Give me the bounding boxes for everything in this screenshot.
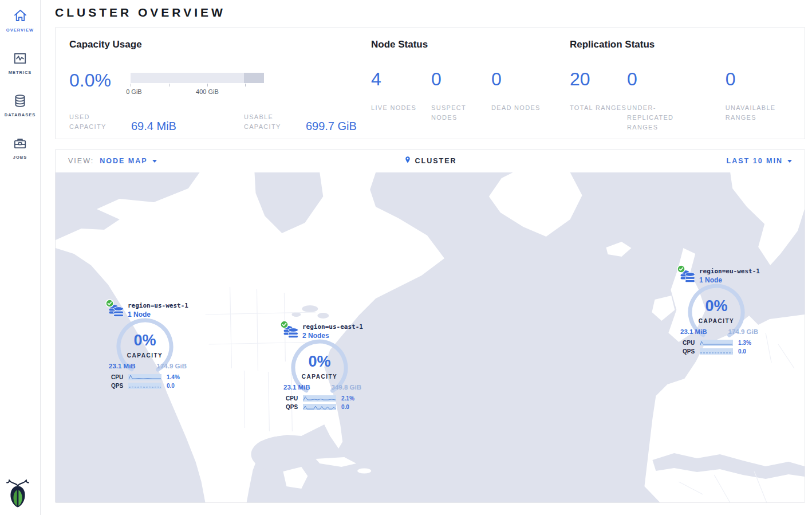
page-title: CLUSTER OVERVIEW [55, 6, 805, 19]
cpu-value: 1.3% [738, 340, 751, 346]
sidebar-item-label: JOBS [13, 155, 27, 160]
cpu-label: CPU [286, 395, 303, 402]
node-count-link[interactable]: 2 Nodes [302, 332, 363, 340]
used-capacity-label: USED CAPACITY [69, 112, 120, 132]
node-status-title: Node Status [371, 39, 570, 50]
sidebar-item-label: DATABASES [5, 112, 36, 117]
qps-value: 0.0 [341, 404, 349, 410]
live-nodes-value: 4 [371, 70, 431, 88]
usable-capacity-value: 699.7 GiB [306, 120, 357, 133]
suspect-nodes-stat: 0 SUSPECT NODES [431, 70, 491, 123]
cockroachdb-logo [6, 478, 30, 510]
capacity-percent: 0.0% [69, 71, 111, 89]
node-count-link[interactable]: 1 Node [699, 276, 760, 284]
capacity-tick-0: 0 GiB [126, 88, 142, 95]
app-root: OVERVIEW METRICS DATABASES [0, 0, 812, 515]
view-dropdown-value: NODE MAP [100, 157, 147, 165]
qps-sparkline [700, 348, 733, 355]
usable-capacity-label: USABLE CAPACITY [244, 112, 294, 132]
jobs-icon [13, 136, 27, 151]
node-card-eu-west-1: region=eu-west-1 1 Node 0% CAPACITY 23.1… [677, 265, 763, 357]
replication-status-section: Replication Status 20 TOTAL RANGES 0 UND… [570, 39, 791, 127]
cpu-value: 2.1% [341, 395, 354, 402]
node-card-us-east-1: region=us-east-1 2 Nodes 0% CAPACITY 23.… [280, 320, 366, 413]
under-replicated-value: 0 [627, 70, 726, 88]
time-range-dropdown[interactable]: LAST 10 MIN [727, 157, 792, 165]
suspect-nodes-value: 0 [431, 70, 491, 88]
node-region-label: region=us-west-1 [128, 302, 188, 309]
unavailable-ranges-stat: 0 UNAVAILABLE RANGES [726, 70, 791, 132]
dead-nodes-stat: 0 DEAD NODES [491, 70, 551, 123]
qps-sparkline [303, 404, 336, 410]
map-pin-icon [403, 156, 412, 167]
suspect-nodes-label: SUSPECT NODES [431, 103, 491, 123]
node-status-section: Node Status 4 LIVE NODES 0 SUSPECT NODES… [371, 39, 570, 127]
node-total-capacity: 349.8 GiB [332, 384, 361, 391]
dead-nodes-value: 0 [491, 70, 551, 88]
breadcrumb[interactable]: CLUSTER [403, 156, 456, 167]
breadcrumb-cluster: CLUSTER [415, 157, 456, 165]
qps-label: QPS [286, 404, 303, 410]
world-map: region=us-west-1 1 Node 0% CAPACITY 23.1… [56, 172, 805, 503]
cpu-label: CPU [683, 340, 700, 346]
gauge-capacity-label: CAPACITY [687, 318, 746, 324]
chevron-down-icon [787, 160, 792, 163]
capacity-bar: 0 GiB 400 GiB [131, 71, 264, 95]
capacity-tick-400: 400 GiB [196, 88, 219, 95]
sidebar-item-overview[interactable]: OVERVIEW [0, 8, 40, 33]
capacity-bar-dark-segment [244, 73, 264, 83]
used-capacity-value: 69.4 MiB [131, 120, 176, 133]
cpu-sparkline [128, 374, 161, 380]
sidebar-item-databases[interactable]: DATABASES [0, 93, 40, 117]
total-ranges-stat: 20 TOTAL RANGES [570, 70, 627, 132]
total-ranges-label: TOTAL RANGES [570, 103, 627, 113]
cpu-sparkline [303, 395, 336, 402]
time-range-value: LAST 10 MIN [727, 157, 783, 165]
view-label: VIEW: [68, 157, 94, 165]
node-map-panel: VIEW: NODE MAP CLUSTER [55, 149, 805, 503]
gauge-percent: 0% [687, 297, 746, 315]
databases-icon [13, 93, 27, 108]
unavailable-ranges-label: UNAVAILABLE RANGES [726, 103, 791, 123]
summary-panel: Capacity Usage 0.0% 0 GiB 400 GiB [55, 27, 805, 139]
node-used-capacity: 23.1 MiB [109, 363, 136, 369]
gauge-capacity-label: CAPACITY [115, 352, 175, 359]
qps-sparkline [128, 383, 161, 389]
view-dropdown[interactable]: NODE MAP [94, 157, 156, 165]
sidebar-item-label: METRICS [9, 70, 32, 75]
cpu-label: CPU [111, 374, 128, 380]
node-used-capacity: 23.1 MiB [680, 328, 707, 335]
map-toolbar: VIEW: NODE MAP CLUSTER [56, 150, 805, 172]
qps-value: 0.0 [738, 348, 746, 355]
under-replicated-label: UNDER-REPLICATED RANGES [627, 103, 696, 132]
gauge-percent: 0% [115, 332, 175, 349]
gauge-capacity-label: CAPACITY [290, 374, 349, 380]
healthy-check-icon [677, 265, 685, 276]
under-replicated-stat: 0 UNDER-REPLICATED RANGES [627, 70, 726, 132]
node-card-us-west-1: region=us-west-1 1 Node 0% CAPACITY 23.1… [105, 299, 191, 392]
cpu-value: 1.4% [167, 374, 180, 380]
gauge-percent: 0% [290, 353, 349, 371]
capacity-usage-section: Capacity Usage 0.0% 0 GiB 400 GiB [69, 39, 371, 127]
replication-status-title: Replication Status [570, 39, 791, 50]
qps-label: QPS [683, 348, 700, 355]
qps-label: QPS [111, 383, 128, 389]
sidebar: OVERVIEW METRICS DATABASES [0, 0, 41, 515]
node-count-link[interactable]: 1 Node [128, 310, 188, 319]
chevron-down-icon [152, 160, 157, 163]
home-icon [13, 8, 28, 23]
qps-value: 0.0 [167, 383, 175, 389]
capacity-usage-title: Capacity Usage [69, 39, 371, 50]
main-content: CLUSTER OVERVIEW Capacity Usage 0.0% 0 G… [41, 0, 812, 515]
live-nodes-stat: 4 LIVE NODES [371, 70, 431, 123]
live-nodes-label: LIVE NODES [371, 103, 431, 113]
node-total-capacity: 174.9 GiB [728, 328, 758, 335]
cpu-sparkline [700, 340, 733, 346]
node-used-capacity: 23.1 MiB [283, 384, 310, 391]
sidebar-item-label: OVERVIEW [6, 27, 34, 33]
total-ranges-value: 20 [570, 70, 627, 88]
sidebar-item-metrics[interactable]: METRICS [0, 51, 40, 75]
dead-nodes-label: DEAD NODES [491, 103, 551, 113]
healthy-check-icon [280, 320, 289, 331]
sidebar-item-jobs[interactable]: JOBS [0, 136, 40, 160]
